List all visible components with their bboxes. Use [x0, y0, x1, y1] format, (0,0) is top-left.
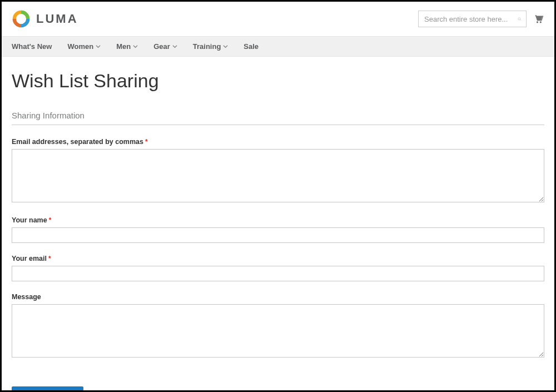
chevron-down-icon — [223, 44, 228, 49]
required-mark: * — [145, 138, 148, 146]
nav-label: Sale — [244, 42, 259, 51]
label-text: Message — [12, 293, 41, 301]
nav-label: Men — [116, 42, 131, 51]
search-icon — [518, 15, 522, 23]
search-box[interactable] — [418, 11, 527, 27]
svg-line-2 — [520, 19, 521, 21]
nav-men[interactable]: Men — [116, 42, 138, 51]
share-wishlist-button[interactable]: Share Wish List — [12, 386, 83, 392]
nav-label: Women — [67, 42, 93, 51]
name-input[interactable] — [12, 227, 544, 243]
page-title: Wish List Sharing — [12, 70, 544, 92]
svg-point-1 — [518, 17, 520, 19]
nav-label: Gear — [153, 42, 170, 51]
nav-training[interactable]: Training — [193, 42, 229, 51]
logo[interactable]: LUMA — [12, 9, 78, 28]
header: LUMA — [2, 2, 554, 36]
field-emails: Email addresses, separated by commas* — [12, 136, 544, 205]
field-message: Message — [12, 291, 544, 360]
main-nav: What's New Women Men Gear Training Sale — [2, 36, 554, 57]
chevron-down-icon — [133, 44, 138, 49]
label-text: Your email — [12, 255, 47, 262]
logo-text: LUMA — [36, 12, 78, 26]
label-text: Your name — [12, 216, 47, 224]
field-email: Your email* — [12, 253, 544, 281]
label-text: Email addresses, separated by commas — [12, 138, 143, 146]
nav-sale[interactable]: Sale — [244, 42, 259, 51]
emails-label: Email addresses, separated by commas* — [12, 138, 148, 146]
luma-logo-icon — [12, 9, 31, 28]
message-textarea[interactable] — [12, 304, 544, 358]
message-label: Message — [12, 293, 41, 301]
cart-icon[interactable] — [533, 13, 544, 24]
nav-whats-new[interactable]: What's New — [12, 42, 52, 51]
nav-gear[interactable]: Gear — [153, 42, 177, 51]
search-input[interactable] — [424, 15, 518, 23]
nav-label: Training — [193, 42, 221, 51]
nav-label: What's New — [12, 42, 52, 51]
chevron-down-icon — [96, 44, 101, 49]
field-name: Your name* — [12, 215, 544, 243]
nav-women[interactable]: Women — [67, 42, 101, 51]
email-input[interactable] — [12, 266, 544, 281]
required-mark: * — [49, 216, 52, 224]
required-mark: * — [48, 255, 51, 262]
chevron-down-icon — [172, 44, 177, 49]
name-label: Your name* — [12, 216, 51, 224]
header-right — [418, 11, 544, 27]
emails-textarea[interactable] — [12, 149, 544, 202]
email-label: Your email* — [12, 255, 51, 262]
section-heading: Sharing Information — [12, 111, 544, 125]
content: Wish List Sharing Sharing Information Em… — [2, 57, 554, 392]
